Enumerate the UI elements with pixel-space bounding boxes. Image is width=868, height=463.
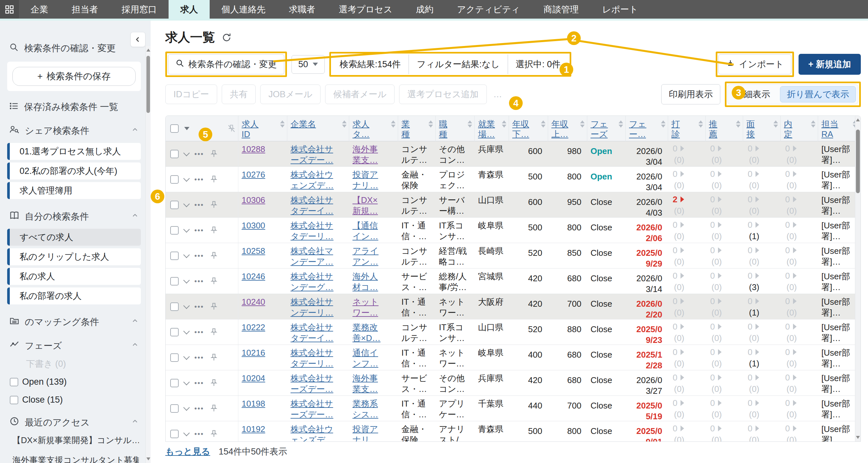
count-top[interactable]: 0 bbox=[673, 143, 703, 154]
row-more-icon[interactable]: ••• bbox=[194, 277, 204, 286]
scrollbar-thumb[interactable] bbox=[856, 129, 860, 193]
save-condition-button[interactable]: + 検索条件の保存 bbox=[12, 67, 136, 86]
row-more-icon[interactable]: ••• bbox=[194, 429, 204, 438]
count-top[interactable]: 0 bbox=[673, 423, 703, 434]
count-top[interactable]: 0 bbox=[785, 270, 815, 281]
nav-tab-5[interactable]: 個人連絡先 bbox=[210, 0, 277, 19]
add-new-button[interactable]: + 新規追加 bbox=[799, 54, 861, 75]
collapsed-view-option[interactable]: 折り畳んで表示 bbox=[780, 86, 856, 103]
column-header-12[interactable]: 推 薦 bbox=[706, 116, 743, 141]
job-title-link[interactable]: 業務系 シス… bbox=[349, 396, 398, 421]
section-phase[interactable]: フェーズ bbox=[9, 339, 139, 352]
row-expand-icon[interactable] bbox=[183, 430, 190, 436]
row-pin-icon[interactable] bbox=[209, 200, 218, 209]
count-top[interactable]: 0 bbox=[673, 321, 703, 332]
count-top[interactable]: 0 bbox=[673, 270, 703, 281]
column-header-1[interactable]: 求人 ID bbox=[238, 116, 287, 141]
row-checkbox[interactable] bbox=[170, 404, 179, 413]
count-top[interactable]: 0 bbox=[748, 296, 778, 307]
row-pin-icon[interactable] bbox=[209, 226, 218, 235]
sort-icons[interactable] bbox=[580, 120, 585, 127]
count-top[interactable]: 0 bbox=[710, 245, 741, 256]
job-title-link[interactable]: 【DX× 新規… bbox=[349, 192, 398, 217]
row-expand-icon[interactable] bbox=[183, 302, 190, 309]
section-recent[interactable]: 最近のアクセス bbox=[9, 416, 139, 429]
row-more-icon[interactable]: ••• bbox=[194, 175, 204, 184]
sort-icons[interactable] bbox=[468, 120, 472, 127]
load-more-link[interactable]: もっと見る bbox=[165, 446, 210, 458]
row-expand-icon[interactable] bbox=[183, 328, 190, 335]
count-top[interactable]: 0 bbox=[785, 296, 815, 307]
row-pin-icon[interactable] bbox=[209, 149, 218, 158]
row-expand-icon[interactable] bbox=[183, 404, 190, 411]
scroll-down-icon[interactable] bbox=[856, 436, 860, 439]
count-top[interactable]: 0 bbox=[673, 245, 703, 256]
nav-tab-3[interactable]: 採用窓口 bbox=[110, 0, 168, 19]
nav-tab-1[interactable]: 企業 bbox=[19, 0, 60, 19]
row-checkbox[interactable] bbox=[170, 328, 179, 337]
job-id-link[interactable]: 10288 bbox=[238, 141, 287, 166]
sort-icons[interactable] bbox=[502, 120, 506, 127]
company-link[interactable]: 株式会社サ タデーイ… bbox=[287, 319, 349, 345]
job-id-link[interactable]: 10198 bbox=[238, 396, 287, 421]
job-id-link[interactable]: 10204 bbox=[238, 370, 287, 396]
row-pin-icon[interactable] bbox=[209, 277, 218, 286]
job-id-link[interactable]: 10222 bbox=[238, 319, 287, 345]
count-top[interactable]: 0 bbox=[673, 372, 703, 383]
count-top[interactable]: 2 bbox=[673, 194, 703, 205]
row-more-icon[interactable]: ••• bbox=[194, 200, 204, 209]
count-top[interactable]: 0 bbox=[785, 398, 815, 408]
column-header-9[interactable]: フェ ーズ bbox=[587, 116, 626, 141]
table-scrollbar[interactable] bbox=[855, 116, 861, 441]
company-link[interactable]: 株式会社サ ーズデー… bbox=[287, 370, 349, 396]
job-id-link[interactable]: 10276 bbox=[238, 167, 287, 192]
job-title-link[interactable]: 投資ア ナリ… bbox=[349, 167, 398, 192]
job-title-link[interactable]: 海外事 業支… bbox=[349, 370, 398, 396]
sidebar-my-item[interactable]: 私のクリップした求人 bbox=[7, 248, 141, 265]
row-pin-icon[interactable] bbox=[209, 175, 218, 184]
nav-tab-10[interactable]: 商談管理 bbox=[532, 0, 590, 19]
sort-icons[interactable] bbox=[661, 120, 665, 127]
count-top[interactable]: 0 bbox=[673, 347, 703, 357]
company-link[interactable]: 株式会社サ ンデーリ… bbox=[287, 294, 349, 319]
sidebar-share-item[interactable]: 求人管理簿用 bbox=[7, 182, 141, 199]
row-more-icon[interactable]: ••• bbox=[194, 378, 204, 387]
count-top[interactable]: 0 bbox=[748, 220, 778, 230]
column-header-14[interactable]: 内 定 bbox=[781, 116, 818, 141]
count-top[interactable]: 0 bbox=[785, 245, 815, 256]
row-expand-icon[interactable] bbox=[183, 252, 190, 258]
sort-icons[interactable] bbox=[280, 120, 285, 127]
count-top[interactable]: 0 bbox=[673, 169, 703, 179]
count-top[interactable]: 0 bbox=[710, 169, 741, 179]
row-checkbox[interactable] bbox=[170, 379, 179, 387]
count-top[interactable]: 0 bbox=[748, 372, 778, 383]
job-id-link[interactable]: 10192 bbox=[238, 421, 287, 442]
job-title-link[interactable]: 投資ア ナリ… bbox=[349, 421, 398, 442]
sidebar-my-item[interactable]: 私の部署の求人 bbox=[7, 287, 141, 305]
job-title-link[interactable]: 海外人 材コ… bbox=[349, 268, 398, 294]
select-menu-icon[interactable] bbox=[184, 127, 189, 130]
row-expand-icon[interactable] bbox=[183, 150, 190, 156]
row-expand-icon[interactable] bbox=[183, 226, 190, 233]
row-pin-icon[interactable] bbox=[209, 251, 218, 260]
column-header-5[interactable]: 職 種 bbox=[436, 116, 475, 141]
row-checkbox[interactable] bbox=[170, 252, 179, 260]
column-header-10[interactable]: フェ ー… bbox=[626, 116, 668, 141]
select-all-checkbox[interactable] bbox=[170, 124, 179, 133]
column-header-4[interactable]: 業 種 bbox=[398, 116, 436, 141]
row-more-icon[interactable]: ••• bbox=[194, 226, 204, 235]
count-top[interactable]: 0 bbox=[710, 194, 741, 205]
count-top[interactable]: 0 bbox=[673, 296, 703, 307]
count-top[interactable]: 0 bbox=[748, 270, 778, 281]
id-copy-button[interactable]: IDコピー bbox=[165, 85, 217, 104]
count-top[interactable]: 0 bbox=[748, 321, 778, 332]
count-top[interactable]: 0 bbox=[785, 372, 815, 383]
column-header-7[interactable]: 年収 下… bbox=[509, 116, 548, 141]
column-header-2[interactable]: 企業名 bbox=[287, 116, 349, 141]
column-header-6[interactable]: 就業 場… bbox=[475, 116, 509, 141]
count-top[interactable]: 0 bbox=[748, 398, 778, 408]
company-link[interactable]: 株式会社サ タデーリ… bbox=[287, 218, 349, 243]
sidebar-share-item[interactable]: 02.私の部署の求人(今年) bbox=[7, 163, 141, 179]
count-top[interactable]: 0 bbox=[785, 169, 815, 179]
row-checkbox[interactable] bbox=[170, 302, 179, 311]
